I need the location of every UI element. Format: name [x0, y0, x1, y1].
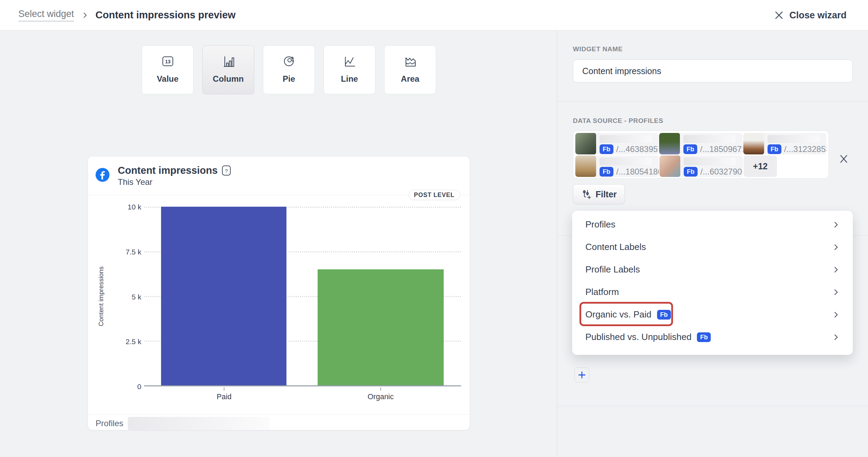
avatar	[575, 133, 596, 154]
more-profiles-chip[interactable]: +12	[744, 155, 777, 177]
widget-type-label: Area	[401, 74, 419, 84]
chart-title: Content impressions	[118, 165, 218, 176]
section-divider	[557, 101, 868, 101]
profile-chips-container: Fb /...4638395 Fb /...18509672 Fb /...31…	[573, 131, 829, 179]
name-skeleton	[768, 135, 820, 143]
widget-type-area[interactable]: Area	[384, 45, 436, 94]
add-widget-section-button[interactable]	[574, 367, 590, 383]
bar-organic	[318, 269, 444, 385]
facebook-badge: Fb	[600, 144, 613, 154]
name-skeleton	[600, 158, 652, 165]
avatar	[659, 133, 680, 154]
facebook-badge: Fb	[657, 310, 671, 320]
profile-chip[interactable]: Fb /...31232853	[743, 133, 826, 154]
widget-name-input[interactable]	[573, 60, 853, 82]
value-widget-icon: 13	[160, 53, 176, 69]
topbar: Select widget Content impressions previe…	[0, 0, 868, 30]
profile-handle: /...6032790	[700, 167, 742, 177]
profiles-footer-label: Profiles	[96, 419, 123, 428]
profile-chip[interactable]: Fb /...18054186	[575, 155, 659, 177]
close-icon	[774, 10, 784, 20]
chevron-right-icon	[831, 265, 840, 274]
line-widget-icon	[342, 53, 357, 69]
close-icon	[839, 154, 849, 164]
widget-type-label: Line	[341, 74, 358, 84]
chart-plot	[144, 207, 461, 386]
y-tick-label: 10 k	[112, 203, 141, 211]
card-footer-divider	[88, 414, 470, 415]
facebook-badge: Fb	[600, 167, 613, 177]
filter-menu: Profiles Content Labels Profile Labels P…	[572, 211, 853, 355]
profile-chip[interactable]: Fb /...4638395	[575, 133, 658, 154]
widget-type-pie[interactable]: Pie	[263, 45, 315, 94]
x-tick	[224, 387, 224, 391]
data-source-label: DATA SOURCE - PROFILES	[573, 117, 663, 125]
filter-menu-item-content-labels[interactable]: Content Labels	[572, 236, 853, 258]
filter-button[interactable]: Filter	[573, 184, 625, 204]
profile-chip[interactable]: Fb /...18509672	[659, 133, 742, 154]
x-tick	[380, 387, 381, 391]
area-widget-icon	[402, 53, 418, 69]
post-level-badge: POST LEVEL	[408, 190, 460, 200]
chart-period: This Year	[118, 177, 152, 187]
widget-type-label: Column	[213, 74, 243, 84]
chevron-right-icon	[831, 220, 840, 229]
filter-menu-item-organic-vs-paid[interactable]: Organic vs. Paid Fb	[572, 303, 853, 326]
widget-type-column[interactable]: Column	[202, 45, 254, 94]
chart-preview-card: Content impressions ? This Year POST LEV…	[88, 156, 470, 430]
svg-text:13: 13	[165, 59, 171, 64]
profile-handle: /...4638395	[616, 144, 658, 154]
x-category-label: Organic	[346, 393, 415, 401]
section-divider	[557, 406, 868, 406]
chevron-right-icon	[831, 333, 840, 342]
breadcrumb-chevron-icon	[81, 11, 89, 19]
chevron-right-icon	[831, 288, 840, 297]
facebook-badge: Fb	[768, 144, 781, 154]
widget-name-label: WIDGET NAME	[573, 45, 623, 53]
filter-menu-item-profile-labels[interactable]: Profile Labels	[572, 258, 853, 281]
remove-data-source-button[interactable]	[839, 154, 849, 164]
name-skeleton	[600, 135, 652, 143]
name-skeleton	[683, 135, 735, 143]
y-tick-label: 5 k	[112, 293, 141, 301]
plus-icon	[577, 370, 586, 379]
help-icon[interactable]: ?	[222, 165, 231, 176]
svg-text:?: ?	[225, 168, 228, 174]
facebook-badge: Fb	[697, 332, 711, 342]
widget-wizard: Select widget Content impressions previe…	[0, 0, 868, 457]
y-tick-label: 7.5 k	[112, 248, 141, 256]
page-title: Content impressions preview	[96, 9, 236, 21]
facebook-badge: Fb	[683, 144, 697, 154]
y-tick-label: 0	[112, 383, 141, 391]
widget-type-value[interactable]: 13 Value	[142, 45, 194, 94]
y-tick-label: 2.5 k	[112, 338, 141, 346]
chevron-right-icon	[831, 243, 840, 252]
facebook-icon	[96, 168, 109, 182]
chevron-right-icon	[831, 310, 840, 319]
filter-menu-item-published-vs-unpublished[interactable]: Published vs. Unpublished Fb	[572, 326, 853, 348]
filter-sliders-icon	[581, 189, 591, 199]
avatar	[659, 155, 680, 177]
x-category-label: Paid	[189, 393, 259, 401]
profile-handle: /...18054186	[616, 167, 659, 177]
bar-paid	[161, 207, 286, 385]
profiles-skeleton	[128, 417, 270, 430]
profile-handle: /...31232853	[784, 144, 826, 154]
pie-widget-icon	[281, 53, 297, 69]
sidebar-divider	[557, 30, 557, 457]
y-axis-labels: 10 k 7.5 k 5 k 2.5 k 0	[112, 207, 141, 386]
profile-chip[interactable]: Fb /...6032790	[659, 155, 743, 177]
filter-menu-item-profiles[interactable]: Profiles	[572, 213, 853, 236]
y-axis-title: Content impressions	[97, 266, 105, 326]
widget-type-line[interactable]: Line	[324, 45, 375, 94]
widget-type-label: Pie	[283, 74, 295, 84]
close-wizard-button[interactable]: Close wizard	[774, 0, 847, 30]
profile-handle: /...18509672	[700, 144, 742, 154]
avatar	[575, 155, 596, 177]
column-widget-icon	[220, 53, 236, 69]
filter-menu-item-platform[interactable]: Platform	[572, 281, 853, 303]
avatar	[743, 133, 764, 154]
breadcrumb-back-link[interactable]: Select widget	[18, 9, 74, 21]
name-skeleton	[684, 158, 736, 165]
widget-type-label: Value	[157, 74, 179, 84]
